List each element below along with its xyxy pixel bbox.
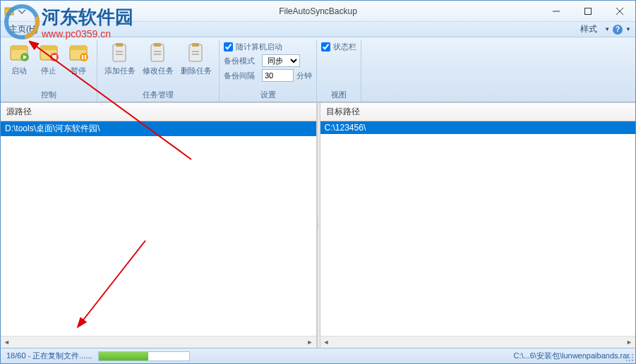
svg-rect-20 [70,46,87,50]
svg-point-37 [629,357,630,358]
ribbon-group-view: 状态栏 视图 [317,40,361,102]
start-button[interactable]: 启动 [5,40,33,78]
titlebar: FileAutoSyncBackup [1,1,635,22]
svg-rect-33 [192,43,199,47]
target-list[interactable]: C:\123456\ ◄ ► [320,121,636,348]
svg-rect-28 [151,44,164,61]
statusbar-checkbox[interactable] [321,42,330,51]
delete-task-button[interactable]: 删除任务 [178,40,215,78]
group-label-control: 控制 [5,88,92,102]
target-row[interactable]: C:\123456\ [320,121,636,134]
status-path: C:\...6\安装包\lunwenpaibands.rar [514,351,630,361]
content-area: 源路径 D:\tools\桌面\河东软件园\ ◄ ► ⋮ 目标路径 C:\123… [1,102,635,348]
svg-rect-23 [85,55,86,59]
source-header[interactable]: 源路径 [1,103,316,121]
menubar: 主页(H) 样式 ▼ ? ▼ [1,22,635,37]
svg-point-36 [632,354,633,356]
help-dropdown-icon[interactable]: ▼ [625,26,631,32]
ribbon-group-task: 添加任务 修改任务 删除任务 任务管理 [97,40,220,102]
app-icon [4,6,15,17]
startup-checkbox[interactable] [224,42,233,51]
qat-icon[interactable] [16,6,28,17]
progress-fill [99,352,148,360]
svg-rect-25 [116,43,123,47]
edit-task-icon [147,42,169,64]
scroll-left-icon[interactable]: ◄ [1,336,13,348]
menu-style[interactable]: 样式 [576,22,601,37]
maximize-button[interactable] [572,1,604,21]
stop-icon [37,42,60,64]
start-icon [8,42,30,64]
source-list[interactable]: D:\tools\桌面\河东软件园\ ◄ ► [1,121,316,348]
group-label-settings: 设置 [224,88,312,102]
target-panel: 目标路径 C:\123456\ ◄ ► [320,103,636,348]
progress-bar [98,351,190,361]
svg-rect-29 [154,43,161,47]
svg-point-40 [629,360,630,361]
scroll-left-icon[interactable]: ◄ [320,336,332,348]
scroll-right-icon[interactable]: ► [623,336,635,348]
statusbar-label: 状态栏 [333,42,356,52]
interval-label: 备份间隔 [224,71,259,81]
add-task-button[interactable]: 添加任务 [102,40,138,78]
svg-rect-16 [40,46,57,50]
svg-rect-24 [113,44,126,61]
svg-point-39 [626,360,628,361]
target-header[interactable]: 目标路径 [320,103,636,121]
pause-icon [67,42,90,64]
mode-label: 备份模式 [224,56,259,66]
target-scrollbar[interactable]: ◄ ► [320,336,636,348]
close-button[interactable] [604,1,635,21]
edit-task-button[interactable]: 修改任务 [140,40,176,78]
help-icon[interactable]: ? [613,25,623,35]
style-dropdown-icon[interactable]: ▼ [604,26,610,32]
ribbon-group-settings: 随计算机启动 备份模式 同步 备份间隔 分钟 设置 [220,40,317,102]
scroll-right-icon[interactable]: ► [304,336,316,348]
source-row[interactable]: D:\tools\桌面\河东软件园\ [1,121,316,136]
svg-rect-7 [5,8,13,10]
svg-point-21 [80,53,88,61]
add-task-icon [109,42,131,64]
pause-button[interactable]: 暂停 [64,40,92,78]
ribbon: 启动 停止 暂停 控制 添加任务 修改任务 [1,37,635,102]
statusbar: 18/60 - 正在复制文件...... C:\...6\安装包\lunwenp… [1,348,635,363]
svg-rect-18 [52,55,56,59]
source-panel: 源路径 D:\tools\桌面\河东软件园\ ◄ ► [1,103,317,348]
group-label-view: 视图 [321,88,356,102]
status-progress-text: 18/60 - 正在复制文件...... [6,351,92,361]
menu-home[interactable]: 主页(H) [5,22,42,37]
source-scrollbar[interactable]: ◄ ► [1,336,316,348]
svg-point-41 [632,360,633,361]
svg-rect-13 [11,46,28,50]
interval-input[interactable] [262,69,294,82]
stop-button[interactable]: 停止 [35,40,63,78]
delete-task-icon [185,42,208,64]
svg-point-38 [632,357,633,358]
ribbon-group-control: 启动 停止 暂停 控制 [1,40,97,102]
minimize-button[interactable] [540,1,572,21]
svg-rect-9 [584,8,591,14]
resize-grip-icon[interactable] [625,353,634,362]
app-title: FileAutoSyncBackup [279,6,357,16]
group-label-task: 任务管理 [102,88,215,102]
mode-select[interactable]: 同步 [262,54,300,67]
startup-label: 随计算机启动 [236,42,282,52]
svg-rect-32 [189,44,202,61]
svg-rect-22 [82,55,83,59]
interval-unit: 分钟 [296,71,312,81]
